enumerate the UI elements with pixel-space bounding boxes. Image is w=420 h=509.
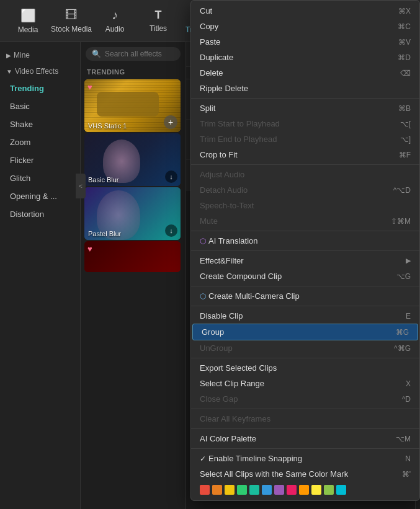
search-input[interactable] xyxy=(105,50,174,58)
download-icon-2[interactable]: ↓ xyxy=(165,224,177,237)
swatch-pink[interactable] xyxy=(287,485,297,495)
ai-translation-icon: ⬡ xyxy=(200,237,206,246)
menu-crop-to-fit-shortcut: ⌘F xyxy=(399,151,411,159)
menu-create-compound-label: Create Compound Clip xyxy=(200,272,282,281)
menu-group[interactable]: Group ⌘G xyxy=(192,324,418,340)
menu-duplicate[interactable]: Duplicate ⌘D xyxy=(191,50,419,65)
menu-select-clip-range-label: Select Clip Range xyxy=(200,379,264,388)
nav-audio[interactable]: ♪ Audio xyxy=(93,2,136,40)
menu-close-gap-label: Close Gap xyxy=(200,394,238,404)
swatch-orange[interactable] xyxy=(212,485,222,495)
menu-ripple-delete-label: Ripple Delete xyxy=(200,84,248,93)
swatch-yellow2[interactable] xyxy=(311,485,321,495)
arrow-right-icon: ▶ xyxy=(406,257,411,265)
sidebar-item-zoom[interactable]: Zoom xyxy=(0,133,80,151)
nav-stock-media[interactable]: 🎞 Stock Media xyxy=(50,2,93,40)
menu-clear-keyframes-label: Clear All Keyframes xyxy=(200,414,270,423)
swatch-teal[interactable] xyxy=(249,485,259,495)
swatch-cyan[interactable] xyxy=(336,485,346,495)
menu-ripple-delete[interactable]: Ripple Delete xyxy=(191,81,419,96)
swatch-red[interactable] xyxy=(200,485,210,495)
menu-mute-label: Mute xyxy=(200,216,218,226)
sidebar-item-shake[interactable]: Shake xyxy=(0,115,80,133)
sidebar-item-flicker[interactable]: Flicker xyxy=(0,151,80,169)
nav-stock-media-label: Stock Media xyxy=(51,25,92,33)
swatch-purple[interactable] xyxy=(274,485,284,495)
sidebar-video-effects-label: Video Effects xyxy=(15,67,58,76)
search-icon: 🔍 xyxy=(92,50,101,58)
effect-item-basic-blur[interactable]: Basic Blur ↓ xyxy=(84,133,181,186)
sidebar-group-video-effects[interactable]: ▼ Video Effects xyxy=(0,63,80,79)
menu-divider-1 xyxy=(191,98,419,99)
menu-clear-keyframes: Clear All Keyframes xyxy=(191,411,419,427)
menu-disable-clip[interactable]: Disable Clip E xyxy=(191,308,419,324)
swatch-lime[interactable] xyxy=(324,485,334,495)
menu-copy-shortcut: ⌘C xyxy=(398,22,411,31)
menu-split[interactable]: Split ⌘B xyxy=(191,100,419,116)
swatch-yellow[interactable] xyxy=(225,485,235,495)
menu-detach-audio: Detach Audio ^⌥D xyxy=(191,182,419,198)
menu-delete-label: Delete xyxy=(200,68,223,77)
effects-panel: 🔍 TRENDING ♥ VHS Static 1 + Bas xyxy=(81,42,186,509)
menu-duplicate-label: Duplicate xyxy=(200,53,233,62)
menu-ai-color-palette[interactable]: AI Color Palette ⌥M xyxy=(191,431,419,446)
titles-icon: T xyxy=(155,9,162,22)
nav-audio-label: Audio xyxy=(105,25,125,33)
menu-delete[interactable]: Delete ⌫ xyxy=(191,65,419,81)
menu-export-selected[interactable]: Export Selected Clips xyxy=(191,360,419,376)
sidebar-item-glitch[interactable]: Glitch xyxy=(0,169,80,187)
nav-media-label: Media xyxy=(18,25,38,34)
nav-titles[interactable]: T Titles xyxy=(136,2,180,40)
effect-item-pastel-blur[interactable]: Pastel Blur ↓ xyxy=(84,187,181,240)
menu-enable-snapping[interactable]: ✓ Enable Timeline Snapping N xyxy=(191,451,419,466)
sidebar-item-distortion[interactable]: Distortion xyxy=(0,205,80,223)
add-effect-icon[interactable]: + xyxy=(164,115,177,129)
search-bar[interactable]: 🔍 xyxy=(86,47,181,61)
menu-enable-snapping-label: Enable Timeline Snapping xyxy=(208,454,302,463)
menu-divider-4 xyxy=(191,250,419,251)
menu-close-gap-shortcut: ^D xyxy=(402,395,411,404)
swatch-blue[interactable] xyxy=(262,485,272,495)
nav-media[interactable]: ⬜ Media xyxy=(6,2,50,40)
menu-adjust-audio: Adjust Audio xyxy=(191,167,419,182)
menu-group-label: Group xyxy=(202,327,224,337)
menu-detach-audio-shortcut: ^⌥D xyxy=(393,186,411,195)
effect-item-face[interactable]: ♥ xyxy=(84,241,181,272)
sidebar-item-basic[interactable]: Basic xyxy=(0,97,80,115)
menu-delete-shortcut: ⌫ xyxy=(400,69,411,77)
menu-ai-translation[interactable]: ⬡ AI Translation xyxy=(191,233,419,249)
menu-duplicate-shortcut: ⌘D xyxy=(398,53,411,62)
swatch-orange2[interactable] xyxy=(299,485,309,495)
menu-copy[interactable]: Copy ⌘C xyxy=(191,19,419,34)
menu-disable-clip-label: Disable Clip xyxy=(200,311,243,321)
menu-create-compound[interactable]: Create Compound Clip ⌥G xyxy=(191,268,419,284)
heart-icon-2: ♥ xyxy=(87,244,92,254)
nav-titles-label: Titles xyxy=(150,24,167,33)
swatch-green[interactable] xyxy=(237,485,247,495)
menu-crop-to-fit[interactable]: Crop to Fit ⌘F xyxy=(191,147,419,162)
menu-trim-end: Trim End to Playhead ⌥] xyxy=(191,131,419,147)
menu-divider-6 xyxy=(191,306,419,306)
menu-select-same-color-shortcut: ⌘' xyxy=(402,470,411,479)
menu-adjust-audio-label: Adjust Audio xyxy=(200,170,244,179)
sidebar-item-trending[interactable]: Trending xyxy=(0,79,80,97)
menu-create-multicam-label: Create Multi-Camera Clip xyxy=(208,291,300,301)
menu-select-same-color[interactable]: Select All Clips with the Same Color Mar… xyxy=(191,466,419,482)
chevron-left-icon: < xyxy=(79,183,83,190)
sidebar-item-opening[interactable]: Opening & ... xyxy=(0,187,80,205)
effect-label-basic-blur: Basic Blur xyxy=(88,176,119,184)
menu-create-multicam[interactable]: ⬡ Create Multi-Camera Clip xyxy=(191,288,419,304)
effect-item-vhs1[interactable]: ♥ VHS Static 1 + xyxy=(84,79,181,132)
sidebar-group-mine[interactable]: ▶ Mine xyxy=(0,47,80,63)
collapse-sidebar-btn[interactable]: < xyxy=(76,174,86,198)
menu-cut[interactable]: Cut ⌘X xyxy=(191,3,419,19)
menu-trim-end-label: Trim End to Playhead xyxy=(200,135,277,144)
menu-ai-translation-label: AI Translation xyxy=(208,236,258,246)
menu-select-clip-range[interactable]: Select Clip Range X xyxy=(191,376,419,391)
download-icon[interactable]: ↓ xyxy=(165,170,177,183)
menu-ungroup-label: UnGroup xyxy=(200,343,233,353)
menu-effect-filter[interactable]: Effect&Filter ▶ xyxy=(191,253,419,268)
menu-paste[interactable]: Paste ⌘V xyxy=(191,34,419,50)
effects-grid: ♥ VHS Static 1 + Basic Blur ↓ Pastel Blu… xyxy=(81,79,185,272)
menu-divider-7 xyxy=(191,358,419,358)
